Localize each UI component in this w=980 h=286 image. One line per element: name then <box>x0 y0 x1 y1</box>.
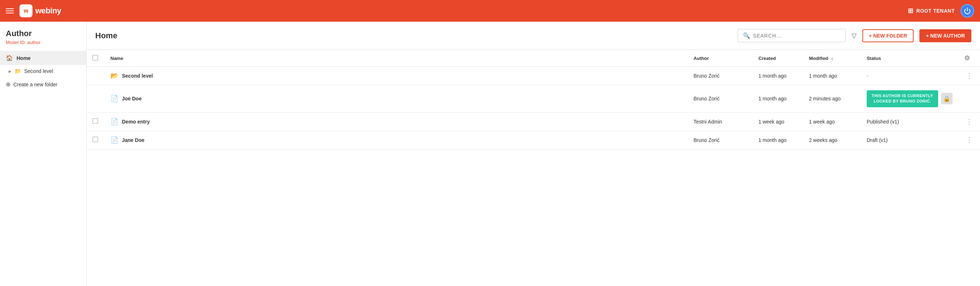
entries-table: Name Author Created Modified ↓ Status <box>87 50 980 150</box>
create-folder-label: Create a new folder <box>13 81 57 87</box>
model-id-label: Model ID: <box>6 40 26 45</box>
row-name-cell: 📄 Joe Doe <box>105 85 688 113</box>
filter-icon[interactable]: ▽ <box>851 32 857 40</box>
lock-icon: 🔒 <box>941 93 953 104</box>
row-modified-cell: 1 week ago <box>803 112 861 131</box>
folder-icon: 📁 <box>14 68 21 74</box>
main-header: Home 🔍 ▽ + NEW FOLDER + NEW AUTHOR <box>87 22 980 50</box>
row-author-cell: Bruno Zorić <box>688 131 752 149</box>
select-all-checkbox[interactable] <box>92 55 98 61</box>
nav-right: ⊞ ROOT TENANT <box>908 4 974 18</box>
row-menu-button[interactable]: ⋮ <box>964 136 974 144</box>
logo-text: webiny <box>35 6 61 16</box>
row-check-cell <box>87 131 105 149</box>
row-name-cell: 📄 Demo entry <box>105 112 688 131</box>
power-button[interactable] <box>961 4 974 18</box>
row-menu-button[interactable]: ⋮ <box>964 118 974 126</box>
search-box: 🔍 <box>738 29 846 42</box>
chevron-right-icon: ▶ <box>9 69 11 73</box>
row-check-cell <box>87 112 105 131</box>
row-name-cell: 📄 Jane Doe <box>105 131 688 149</box>
row-status-cell: Draft (v1) <box>861 131 958 149</box>
col-header-status: Status <box>861 50 958 67</box>
new-author-button[interactable]: + NEW AUTHOR <box>920 29 971 42</box>
sidebar-item-second-level[interactable]: ▶ 📁 Second level <box>0 65 86 77</box>
col-header-check <box>87 50 105 67</box>
create-folder-button[interactable]: ⊕ Create a new folder <box>0 77 86 91</box>
row-author-cell: Testni Admin <box>688 112 752 131</box>
row-status-cell: Published (v1) <box>861 112 958 131</box>
entry-name[interactable]: Demo entry <box>122 119 150 125</box>
row-created-cell: 1 week ago <box>752 112 803 131</box>
new-folder-button[interactable]: + NEW FOLDER <box>862 29 913 42</box>
row-author-cell: Bruno Zorić <box>688 67 752 85</box>
row-actions-cell: ⋮ <box>958 67 980 85</box>
locked-indicator: THIS AUTHOR IS CURRENTLY LOCKED BY BRUNO… <box>867 90 953 107</box>
settings-gear-icon[interactable]: ⚙ <box>964 54 970 62</box>
folder-entry-icon: 📂 <box>110 72 118 80</box>
lock-tooltip: THIS AUTHOR IS CURRENTLY LOCKED BY BRUNO… <box>867 90 938 107</box>
row-actions-cell: ⋮ <box>958 131 980 149</box>
col-header-modified[interactable]: Modified ↓ <box>803 50 861 67</box>
model-id-value: author <box>27 40 40 45</box>
row-author-cell: Bruno Zorić <box>688 85 752 113</box>
table-row: 📄 Joe Doe Bruno Zorić 1 month ago 2 minu… <box>87 85 980 113</box>
row-actions-cell: ⋮ <box>958 112 980 131</box>
sidebar: Author Model ID: author 🏠 Home ▶ 📁 Secon… <box>0 22 87 286</box>
row-created-cell: 1 month ago <box>752 85 803 113</box>
col-header-created: Created <box>752 50 803 67</box>
sidebar-title: Author <box>0 29 86 40</box>
row-checkbox[interactable] <box>92 136 98 142</box>
entry-doc-icon: 📄 <box>110 136 118 144</box>
table-row: 📄 Jane Doe Bruno Zorić 1 month ago 2 wee… <box>87 131 980 149</box>
entry-name[interactable]: Jane Doe <box>122 137 144 143</box>
row-modified-cell: 2 weeks ago <box>803 131 861 149</box>
tenant-selector[interactable]: ⊞ ROOT TENANT <box>908 7 955 15</box>
table-row: 📂 Second level Bruno Zorić 1 month ago 1… <box>87 67 980 85</box>
row-modified-cell: 1 month ago <box>803 67 861 85</box>
row-name-cell: 📂 Second level <box>105 67 688 85</box>
row-actions-cell <box>958 85 980 113</box>
row-status-cell: - <box>861 67 958 85</box>
row-check-cell <box>87 67 105 85</box>
row-status-locked-cell: THIS AUTHOR IS CURRENTLY LOCKED BY BRUNO… <box>861 85 958 113</box>
sidebar-item-home[interactable]: 🏠 Home <box>0 51 86 65</box>
main-content: Home 🔍 ▽ + NEW FOLDER + NEW AUTHOR Name <box>87 22 980 286</box>
sidebar-home-label: Home <box>17 55 31 61</box>
sort-arrow-icon: ↓ <box>831 56 834 61</box>
app-layout: Author Model ID: author 🏠 Home ▶ 📁 Secon… <box>0 22 980 286</box>
table-header: Name Author Created Modified ↓ Status <box>87 50 980 67</box>
row-created-cell: 1 month ago <box>752 67 803 85</box>
nav-left: w webiny <box>6 4 61 18</box>
row-checkbox[interactable] <box>92 118 98 124</box>
table-row: 📄 Demo entry Testni Admin 1 week ago 1 w… <box>87 112 980 131</box>
home-icon: 🏠 <box>6 54 13 61</box>
table-body: 📂 Second level Bruno Zorić 1 month ago 1… <box>87 67 980 150</box>
search-icon: 🔍 <box>743 32 750 39</box>
col-header-author: Author <box>688 50 752 67</box>
page-title: Home <box>95 31 117 40</box>
tenant-name: ROOT TENANT <box>916 8 955 14</box>
col-header-name: Name <box>105 50 688 67</box>
logo: w webiny <box>19 4 61 18</box>
row-menu-button[interactable]: ⋮ <box>964 72 974 80</box>
plus-circle-icon: ⊕ <box>6 81 11 88</box>
sidebar-model-id: Model ID: author <box>0 40 86 51</box>
logo-icon: w <box>19 4 32 18</box>
hamburger-menu[interactable] <box>6 8 14 13</box>
search-input[interactable] <box>753 33 840 38</box>
entry-doc-icon: 📄 <box>110 94 118 102</box>
row-created-cell: 1 month ago <box>752 131 803 149</box>
top-navigation: w webiny ⊞ ROOT TENANT <box>0 0 980 22</box>
entry-doc-icon: 📄 <box>110 118 118 126</box>
row-check-cell <box>87 85 105 113</box>
col-header-actions: ⚙ <box>958 50 980 67</box>
entry-name[interactable]: Joe Doe <box>122 96 142 101</box>
entry-name[interactable]: Second level <box>122 73 153 79</box>
row-modified-cell: 2 minutes ago <box>803 85 861 113</box>
sidebar-second-level-label: Second level <box>24 68 53 74</box>
grid-icon: ⊞ <box>908 7 913 15</box>
